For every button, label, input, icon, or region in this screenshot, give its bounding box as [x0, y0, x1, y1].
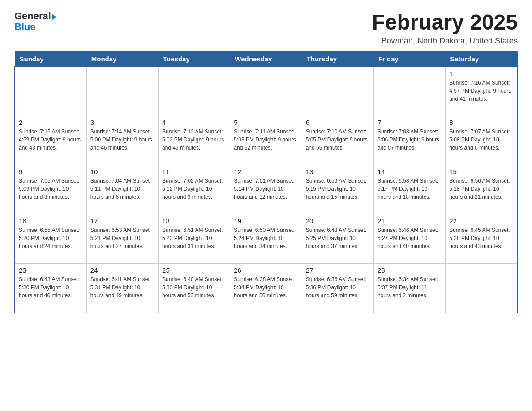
- day-number: 5: [234, 119, 298, 126]
- day-info: Sunrise: 6:43 AM Sunset: 5:30 PM Dayligh…: [19, 275, 83, 300]
- calendar-cell: 23Sunrise: 6:43 AM Sunset: 5:30 PM Dayli…: [15, 264, 86, 313]
- day-info: Sunrise: 7:04 AM Sunset: 5:11 PM Dayligh…: [90, 177, 154, 201]
- day-info: Sunrise: 6:53 AM Sunset: 5:21 PM Dayligh…: [90, 226, 154, 250]
- calendar-week-row: 1Sunrise: 7:16 AM Sunset: 4:57 PM Daylig…: [15, 67, 517, 116]
- calendar-cell: 28Sunrise: 6:34 AM Sunset: 5:37 PM Dayli…: [373, 264, 445, 313]
- calendar-cell: 3Sunrise: 7:14 AM Sunset: 5:00 PM Daylig…: [86, 116, 158, 165]
- day-number: 15: [449, 168, 513, 176]
- calendar-cell: 20Sunrise: 6:48 AM Sunset: 5:25 PM Dayli…: [302, 214, 373, 264]
- day-number: 13: [306, 168, 370, 176]
- calendar-cell: 15Sunrise: 6:56 AM Sunset: 5:18 PM Dayli…: [446, 165, 517, 214]
- calendar-cell: 7Sunrise: 7:08 AM Sunset: 5:06 PM Daylig…: [373, 116, 445, 165]
- calendar-header-saturday: Saturday: [446, 51, 517, 67]
- day-number: 1: [449, 70, 513, 77]
- day-number: 20: [306, 217, 370, 225]
- calendar-week-row: 23Sunrise: 6:43 AM Sunset: 5:30 PM Dayli…: [15, 264, 517, 313]
- day-info: Sunrise: 6:46 AM Sunset: 5:27 PM Dayligh…: [378, 226, 442, 250]
- day-number: 14: [378, 168, 442, 176]
- day-number: 19: [234, 217, 298, 225]
- calendar-header-sunday: Sunday: [15, 51, 86, 67]
- calendar-week-row: 9Sunrise: 7:05 AM Sunset: 5:09 PM Daylig…: [15, 165, 517, 214]
- day-number: 27: [306, 266, 370, 274]
- day-number: 18: [162, 217, 226, 225]
- calendar-cell: [159, 67, 230, 116]
- day-number: 2: [19, 119, 83, 126]
- day-number: 26: [234, 266, 298, 274]
- page-header: General Blue February 2025 Bowman, North…: [14, 11, 518, 46]
- title-block: February 2025 Bowman, North Dakota, Unit…: [372, 11, 518, 46]
- calendar-cell: [86, 67, 158, 116]
- day-number: 10: [90, 168, 154, 176]
- day-info: Sunrise: 6:51 AM Sunset: 5:23 PM Dayligh…: [162, 226, 226, 250]
- day-info: Sunrise: 6:58 AM Sunset: 5:17 PM Dayligh…: [378, 177, 442, 201]
- logo-arrow-icon: [52, 14, 56, 20]
- day-info: Sunrise: 6:48 AM Sunset: 5:25 PM Dayligh…: [306, 226, 370, 250]
- logo-blue-text: Blue: [14, 21, 56, 32]
- calendar-cell: 27Sunrise: 6:36 AM Sunset: 5:36 PM Dayli…: [302, 264, 373, 313]
- day-number: 4: [162, 119, 226, 126]
- day-info: Sunrise: 7:15 AM Sunset: 4:59 PM Dayligh…: [19, 128, 83, 152]
- calendar-cell: 24Sunrise: 6:41 AM Sunset: 5:31 PM Dayli…: [86, 264, 158, 313]
- calendar-cell: 19Sunrise: 6:50 AM Sunset: 5:24 PM Dayli…: [230, 214, 302, 264]
- day-info: Sunrise: 6:41 AM Sunset: 5:31 PM Dayligh…: [90, 275, 154, 300]
- day-number: 9: [19, 168, 83, 176]
- day-number: 22: [449, 217, 513, 225]
- calendar-cell: 26Sunrise: 6:38 AM Sunset: 5:34 PM Dayli…: [230, 264, 302, 313]
- day-info: Sunrise: 6:56 AM Sunset: 5:18 PM Dayligh…: [449, 177, 513, 201]
- calendar-cell: [230, 67, 302, 116]
- calendar-cell: 10Sunrise: 7:04 AM Sunset: 5:11 PM Dayli…: [86, 165, 158, 214]
- day-number: 23: [19, 266, 83, 274]
- calendar-cell: 14Sunrise: 6:58 AM Sunset: 5:17 PM Dayli…: [373, 165, 445, 214]
- calendar-cell: 6Sunrise: 7:10 AM Sunset: 5:05 PM Daylig…: [302, 116, 373, 165]
- calendar-cell: 1Sunrise: 7:16 AM Sunset: 4:57 PM Daylig…: [446, 67, 517, 116]
- calendar-cell: 16Sunrise: 6:55 AM Sunset: 5:20 PM Dayli…: [15, 214, 86, 264]
- location-subtitle: Bowman, North Dakota, United States: [372, 36, 518, 46]
- month-year-title: February 2025: [372, 11, 518, 34]
- day-number: 28: [378, 266, 442, 274]
- calendar-week-row: 16Sunrise: 6:55 AM Sunset: 5:20 PM Dayli…: [15, 214, 517, 264]
- day-info: Sunrise: 7:07 AM Sunset: 5:08 PM Dayligh…: [449, 128, 513, 152]
- calendar-cell: 22Sunrise: 6:45 AM Sunset: 5:28 PM Dayli…: [446, 214, 517, 264]
- calendar-cell: 17Sunrise: 6:53 AM Sunset: 5:21 PM Dayli…: [86, 214, 158, 264]
- logo-general-text: General: [14, 11, 51, 21]
- calendar-cell: 11Sunrise: 7:02 AM Sunset: 5:12 PM Dayli…: [159, 165, 230, 214]
- day-info: Sunrise: 6:38 AM Sunset: 5:34 PM Dayligh…: [234, 275, 298, 300]
- day-number: 3: [90, 119, 154, 126]
- day-info: Sunrise: 6:55 AM Sunset: 5:20 PM Dayligh…: [19, 226, 83, 250]
- calendar-cell: 2Sunrise: 7:15 AM Sunset: 4:59 PM Daylig…: [15, 116, 86, 165]
- day-number: 24: [90, 266, 154, 274]
- logo: General Blue: [14, 11, 56, 32]
- day-info: Sunrise: 7:14 AM Sunset: 5:00 PM Dayligh…: [90, 128, 154, 152]
- calendar-header-wednesday: Wednesday: [230, 51, 302, 67]
- day-number: 6: [306, 119, 370, 126]
- day-info: Sunrise: 7:16 AM Sunset: 4:57 PM Dayligh…: [449, 79, 513, 103]
- day-info: Sunrise: 7:12 AM Sunset: 5:02 PM Dayligh…: [162, 128, 226, 152]
- calendar-cell: 18Sunrise: 6:51 AM Sunset: 5:23 PM Dayli…: [159, 214, 230, 264]
- calendar-header-friday: Friday: [373, 51, 445, 67]
- day-info: Sunrise: 6:34 AM Sunset: 5:37 PM Dayligh…: [378, 275, 442, 300]
- day-info: Sunrise: 7:05 AM Sunset: 5:09 PM Dayligh…: [19, 177, 83, 201]
- day-info: Sunrise: 7:08 AM Sunset: 5:06 PM Dayligh…: [378, 128, 442, 152]
- calendar-cell: 8Sunrise: 7:07 AM Sunset: 5:08 PM Daylig…: [446, 116, 517, 165]
- day-info: Sunrise: 7:11 AM Sunset: 5:03 PM Dayligh…: [234, 128, 298, 152]
- calendar-cell: [373, 67, 445, 116]
- calendar-cell: 21Sunrise: 6:46 AM Sunset: 5:27 PM Dayli…: [373, 214, 445, 264]
- day-info: Sunrise: 7:01 AM Sunset: 5:14 PM Dayligh…: [234, 177, 298, 201]
- day-number: 12: [234, 168, 298, 176]
- day-info: Sunrise: 6:50 AM Sunset: 5:24 PM Dayligh…: [234, 226, 298, 250]
- calendar-cell: 9Sunrise: 7:05 AM Sunset: 5:09 PM Daylig…: [15, 165, 86, 214]
- calendar-week-row: 2Sunrise: 7:15 AM Sunset: 4:59 PM Daylig…: [15, 116, 517, 165]
- day-number: 7: [378, 119, 442, 126]
- day-info: Sunrise: 7:10 AM Sunset: 5:05 PM Dayligh…: [306, 128, 370, 152]
- day-info: Sunrise: 7:02 AM Sunset: 5:12 PM Dayligh…: [162, 177, 226, 201]
- day-number: 16: [19, 217, 83, 225]
- day-number: 25: [162, 266, 226, 274]
- calendar-cell: 13Sunrise: 6:59 AM Sunset: 5:15 PM Dayli…: [302, 165, 373, 214]
- calendar-table: SundayMondayTuesdayWednesdayThursdayFrid…: [14, 51, 518, 313]
- day-number: 11: [162, 168, 226, 176]
- day-info: Sunrise: 6:45 AM Sunset: 5:28 PM Dayligh…: [449, 226, 513, 250]
- calendar-header-tuesday: Tuesday: [159, 51, 230, 67]
- day-info: Sunrise: 6:36 AM Sunset: 5:36 PM Dayligh…: [306, 275, 370, 300]
- calendar-cell: 4Sunrise: 7:12 AM Sunset: 5:02 PM Daylig…: [159, 116, 230, 165]
- calendar-cell: 25Sunrise: 6:40 AM Sunset: 5:33 PM Dayli…: [159, 264, 230, 313]
